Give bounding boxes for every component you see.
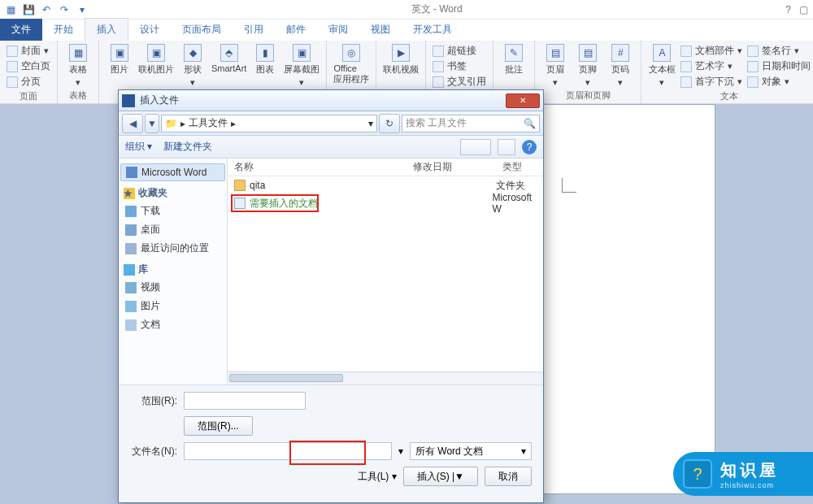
textbox-button[interactable]: A文本框▾ xyxy=(648,44,676,88)
sidebar-item-recent[interactable]: 最近访问的位置 xyxy=(120,239,225,258)
tab-home[interactable]: 开始 xyxy=(42,19,85,41)
ribbon-collapse-icon[interactable]: ▢ xyxy=(799,4,808,15)
sidebar-item-downloads[interactable]: 下载 xyxy=(120,202,225,220)
shapes-button[interactable]: ◆形状▾ xyxy=(179,44,207,88)
tab-file[interactable]: 文件 xyxy=(0,19,42,41)
chevron-down-icon[interactable]: ▾ xyxy=(368,118,373,129)
col-type[interactable]: 类型 xyxy=(496,160,528,174)
sidebar-item-docs[interactable]: 文档 xyxy=(120,315,225,334)
brand-en: zhishiwu.com xyxy=(720,481,779,489)
redo-icon[interactable]: ↷ xyxy=(59,4,70,15)
close-button[interactable]: ✕ xyxy=(506,93,540,108)
filename-dropdown-icon[interactable]: ▾ xyxy=(398,445,403,457)
tab-mailings[interactable]: 邮件 xyxy=(275,19,317,41)
table-button[interactable]: ▦表格▾ xyxy=(64,44,92,88)
new-folder-button[interactable]: 新建文件夹 xyxy=(163,140,212,154)
sidebar-item-videos[interactable]: 视频 xyxy=(120,278,225,297)
help-icon[interactable]: ? xyxy=(785,4,791,15)
datetime-button[interactable]: 日期和时间 xyxy=(747,59,811,73)
bookmark-button[interactable]: 书签 xyxy=(433,59,486,73)
tab-references[interactable]: 引用 xyxy=(233,19,275,41)
sidebar-item-word[interactable]: Microsoft Word xyxy=(120,163,225,181)
help-button[interactable]: ? xyxy=(522,140,537,154)
filename-input[interactable] xyxy=(184,442,392,460)
quickparts-icon xyxy=(680,46,692,57)
tab-layout[interactable]: 页面布局 xyxy=(171,19,233,41)
office-apps-button[interactable]: ◎Office 应用程序 xyxy=(333,44,369,85)
tab-design[interactable]: 设计 xyxy=(128,19,171,41)
file-filter-select[interactable]: 所有 Word 文档▾ xyxy=(410,442,532,460)
wordart-button[interactable]: 艺术字 ▾ xyxy=(680,59,742,73)
blank-page-icon xyxy=(7,61,18,72)
breadcrumb[interactable]: 📁▸ 工具文件 ▸ ▾ xyxy=(161,115,377,133)
page-break-button[interactable]: 分页 xyxy=(7,75,50,89)
word-icon: ▦ xyxy=(5,4,16,15)
tab-view[interactable]: 视图 xyxy=(359,19,402,41)
header-button[interactable]: ▤页眉▾ xyxy=(541,44,569,88)
video-folder-icon xyxy=(125,282,137,293)
header-icon: ▤ xyxy=(546,44,564,62)
file-list-header[interactable]: 名称 修改日期 类型 xyxy=(228,159,543,176)
range-label: 范围(R): xyxy=(130,394,177,408)
cancel-button[interactable]: 取消 xyxy=(485,467,532,486)
chart-button[interactable]: ▮图表 xyxy=(251,44,279,76)
range-button[interactable]: 范围(R)... xyxy=(184,416,253,436)
crossref-icon xyxy=(433,76,444,88)
tab-insert[interactable]: 插入 xyxy=(85,18,128,41)
tab-developer[interactable]: 开发工具 xyxy=(402,19,463,41)
qat-dropdown-icon[interactable]: ▾ xyxy=(76,4,88,15)
view-button[interactable] xyxy=(460,139,491,155)
pagenum-button[interactable]: #页码▾ xyxy=(606,44,634,88)
folder-icon xyxy=(234,180,246,191)
quickparts-button[interactable]: 文档部件 ▾ xyxy=(680,44,742,58)
pictures-icon xyxy=(125,301,137,312)
sidebar-item-pictures[interactable]: 图片 xyxy=(120,297,225,315)
horizontal-scrollbar[interactable] xyxy=(228,371,543,385)
picture-button[interactable]: ▣图片 xyxy=(106,44,133,76)
scroll-thumb[interactable] xyxy=(229,374,343,382)
table-icon: ▦ xyxy=(69,44,87,62)
insert-button[interactable]: 插入(S) |▼ xyxy=(403,467,478,486)
footer-button[interactable]: ▤页脚▾ xyxy=(574,44,602,88)
file-list: 名称 修改日期 类型 qita 文件夹 需要插入的文档 Microsoft W xyxy=(228,159,543,385)
col-name[interactable]: 名称 xyxy=(228,160,406,174)
desktop-icon xyxy=(125,224,137,236)
dialog-footer: 范围(R): 范围(R)... 文件名(N): ▾ 所有 Word 文档▾ 工具… xyxy=(119,385,543,502)
comment-button[interactable]: ✎批注 xyxy=(500,44,528,76)
refresh-button[interactable]: ↻ xyxy=(379,114,400,133)
margin-corner-icon xyxy=(562,178,576,193)
object-button[interactable]: 对象 ▾ xyxy=(747,75,811,89)
crossref-button[interactable]: 交叉引用 xyxy=(433,75,486,89)
sidebar-item-desktop[interactable]: 桌面 xyxy=(120,220,225,239)
search-input[interactable]: 搜索 工具文件 🔍 xyxy=(402,115,540,133)
brand-icon: ? xyxy=(683,459,712,489)
hyperlink-button[interactable]: 超链接 xyxy=(433,44,486,58)
save-icon[interactable]: 💾 xyxy=(23,4,34,15)
footer-icon: ▤ xyxy=(579,44,597,62)
dialog-toolbar: 组织 ▾ 新建文件夹 ? xyxy=(119,136,543,159)
undo-icon[interactable]: ↶ xyxy=(41,4,52,15)
screenshot-button[interactable]: ▣屏幕截图▾ xyxy=(284,44,320,88)
tab-review[interactable]: 审阅 xyxy=(317,19,359,41)
star-icon: ★ xyxy=(124,188,135,199)
online-picture-button[interactable]: ▣联机图片 xyxy=(138,44,174,76)
screenshot-icon: ▣ xyxy=(293,44,311,62)
forward-button[interactable]: ▼ xyxy=(145,114,159,133)
signature-button[interactable]: 签名行 ▾ xyxy=(747,44,811,58)
preview-button[interactable] xyxy=(498,139,515,155)
range-input[interactable] xyxy=(184,392,306,410)
col-date[interactable]: 修改日期 xyxy=(406,160,496,174)
organize-button[interactable]: 组织 ▾ xyxy=(125,140,152,154)
online-video-button[interactable]: ▶联机视频 xyxy=(383,44,419,76)
blank-page-button[interactable]: 空白页 xyxy=(7,59,50,73)
tools-button[interactable]: 工具(L) ▾ xyxy=(358,470,397,484)
datetime-icon xyxy=(747,61,759,72)
dialog-titlebar[interactable]: 插入文件 ✕ xyxy=(119,90,543,111)
dropcap-button[interactable]: 首字下沉 ▾ xyxy=(680,75,742,89)
folder-icon: 📁 xyxy=(165,118,177,129)
smartart-button[interactable]: ⬘SmartArt xyxy=(211,44,246,73)
cover-page-button[interactable]: 封面 ▾ xyxy=(7,44,50,58)
back-button[interactable]: ◀ xyxy=(122,114,143,133)
group-label-pages: 页面 xyxy=(20,90,37,102)
file-row-doc[interactable]: 需要插入的文档 Microsoft W xyxy=(228,194,543,212)
